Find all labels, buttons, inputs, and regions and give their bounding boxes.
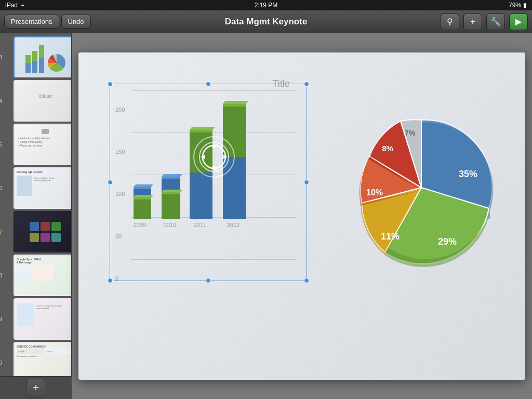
slide-thumb-8[interactable]: Google Sync, GMail,& Exchange — [14, 255, 72, 296]
slide-wrapper-6: 6 Setting up iCloud Some text here for t… — [3, 167, 68, 209]
y-label-0: 0 — [115, 275, 118, 282]
svg-marker-2 — [134, 184, 153, 187]
slide-wrapper-4: 4 iCloud — [3, 80, 68, 122]
pin-icon: ⚲ — [447, 17, 453, 26]
slide-thumb-5[interactable]: • Works for multiple devices• iCloud syn… — [14, 124, 72, 165]
grid-0 — [131, 259, 296, 260]
svg-rect-16 — [190, 130, 212, 132]
svg-text:29%: 29% — [438, 236, 457, 247]
pie-chart: 35% 29% 11% 10% 8% 7% — [333, 94, 510, 281]
handle-top-right[interactable] — [304, 82, 309, 87]
handle-bottom-left[interactable] — [108, 278, 113, 283]
add-icon: + — [470, 17, 475, 26]
wifi-icon: ⌁ — [21, 2, 24, 9]
slide-thumb-4[interactable]: iCloud — [14, 80, 72, 122]
svg-rect-7 — [162, 177, 180, 179]
main-area: 3 — [0, 33, 532, 399]
pin-button[interactable]: ⚲ — [441, 14, 459, 30]
svg-marker-11 — [162, 190, 182, 192]
document-title: Data Mgmt Keynote — [225, 17, 308, 27]
slide-thumb-6[interactable]: Setting up iCloud Some text here for the… — [14, 167, 72, 209]
handle-top-left[interactable] — [108, 82, 113, 87]
handle-mid-right[interactable] — [304, 180, 309, 185]
svg-text:8%: 8% — [382, 144, 393, 153]
battery-icon: ▮ — [523, 2, 527, 9]
slide-thumb-9[interactable]: Service comparison content area with tex… — [14, 298, 72, 340]
handle-bottom-right[interactable] — [304, 278, 309, 283]
battery-display: 79% — [509, 2, 521, 9]
add-button[interactable]: + — [463, 14, 482, 30]
svg-text:2011: 2011 — [194, 222, 206, 228]
slide-thumb-7[interactable] — [14, 211, 72, 252]
svg-marker-17 — [190, 127, 215, 130]
y-label-200: 200 — [115, 107, 125, 113]
svg-rect-22 — [223, 104, 246, 107]
svg-text:11%: 11% — [381, 231, 400, 242]
y-label-100: 100 — [115, 191, 125, 197]
svg-text:2012: 2012 — [227, 222, 240, 228]
slide-wrapper-8: 8 Google Sync, GMail,& Exchange — [3, 255, 68, 296]
svg-text:7%: 7% — [405, 129, 416, 137]
handle-bottom-mid[interactable] — [206, 278, 211, 283]
undo-button[interactable]: Undo — [61, 15, 91, 29]
time-display: 2:19 PM — [255, 2, 278, 9]
wrench-button[interactable]: 🔧 — [486, 14, 505, 30]
y-label-50: 50 — [115, 233, 122, 240]
slide-canvas: Title 200 150 100 50 0 — [78, 52, 525, 380]
status-bar: iPad ⌁ 2:19 PM 79% ▮ — [0, 0, 532, 10]
slide-wrapper-7: 7 — [3, 211, 68, 252]
svg-text:35%: 35% — [459, 169, 477, 179]
bar-chart-container[interactable]: 200 150 100 50 0 — [110, 84, 307, 281]
slide-wrapper-3: 3 — [3, 36, 68, 78]
rotation-cursor[interactable] — [193, 136, 235, 178]
svg-rect-1 — [134, 187, 151, 189]
y-label-150: 150 — [115, 149, 125, 155]
svg-marker-5 — [134, 195, 153, 197]
svg-text:2009: 2009 — [134, 222, 146, 228]
slide-thumb-3[interactable] — [14, 36, 72, 78]
handle-top-mid[interactable] — [206, 82, 211, 87]
handle-mid-left[interactable] — [108, 180, 113, 185]
add-slide-icon: + — [33, 382, 39, 394]
play-icon: ▶ — [515, 17, 522, 26]
wrench-icon: 🔧 — [490, 17, 501, 26]
slide-panel: 3 — [0, 33, 72, 399]
svg-marker-23 — [223, 101, 248, 104]
pie-chart-svg: 35% 29% 11% 10% 8% 7% — [333, 94, 510, 281]
svg-text:10%: 10% — [366, 188, 383, 197]
svg-rect-3 — [134, 198, 151, 219]
play-button[interactable]: ▶ — [509, 14, 528, 30]
svg-rect-9 — [162, 193, 180, 219]
svg-text:2010: 2010 — [164, 222, 176, 228]
svg-rect-10 — [162, 192, 180, 194]
add-slide-button[interactable]: + — [26, 379, 45, 397]
svg-marker-8 — [162, 174, 182, 177]
toolbar: Presentations Undo Data Mgmt Keynote ⚲ +… — [0, 10, 532, 33]
device-label: iPad — [5, 2, 18, 9]
canvas-area[interactable]: Title 200 150 100 50 0 — [72, 33, 532, 399]
slide-wrapper-9: 9 Service comparison content area with t… — [3, 298, 68, 340]
svg-rect-4 — [134, 197, 151, 200]
bottom-bar: + — [0, 376, 72, 399]
slide-wrapper-5: 5 • Works for multiple devices• iCloud s… — [3, 124, 68, 165]
presentations-button[interactable]: Presentations — [4, 15, 59, 29]
